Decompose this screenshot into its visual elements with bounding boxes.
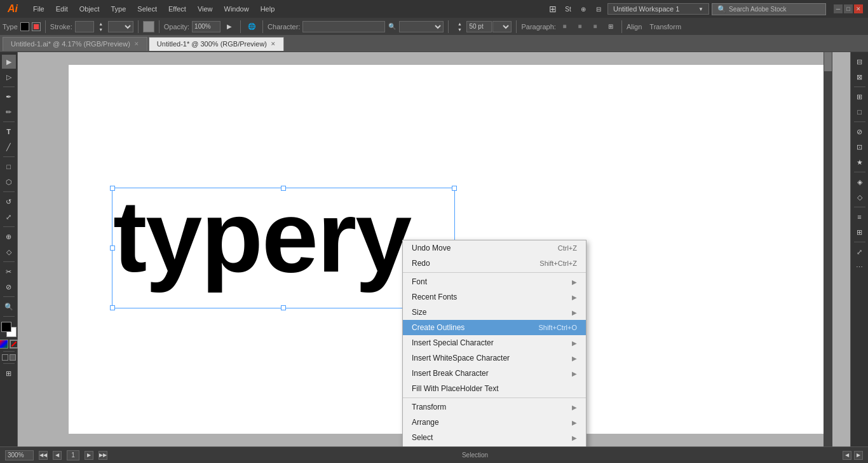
para-options-icon[interactable]: ⊞	[604, 20, 617, 33]
context-menu-item-create_outlines[interactable]: Create OutlinesShift+Ctrl+O	[403, 320, 586, 335]
align-left-icon[interactable]: ≡	[559, 20, 571, 33]
fill-color-swatch[interactable]	[20, 22, 29, 31]
polygon-tool[interactable]: ⬡	[2, 175, 16, 189]
context-menu-item-recent_fonts[interactable]: Recent Fonts▶	[403, 289, 586, 305]
page-prev-button[interactable]: ◀	[53, 451, 62, 460]
normal-mode-button[interactable]	[2, 354, 8, 361]
selection-tool[interactable]: ▶	[2, 55, 16, 69]
workspace-dropdown-icon[interactable]: ▼	[698, 6, 703, 12]
type-tool[interactable]: T	[2, 125, 16, 139]
more-panels-button[interactable]: ⋯	[853, 260, 867, 274]
swatches-panel-button[interactable]: ⊡	[853, 140, 867, 154]
stroke-color-indicator[interactable]	[32, 22, 41, 31]
hand-tool[interactable]: ⊘	[2, 280, 16, 294]
scroll-right-button[interactable]: ▶	[854, 451, 863, 460]
menu-edit[interactable]: Edit	[51, 3, 73, 15]
page-next-last-button[interactable]: ▶▶	[98, 451, 107, 460]
context-menu-item-size[interactable]: Size▶	[403, 305, 586, 320]
minimize-button[interactable]: ─	[834, 4, 843, 13]
sync-icon[interactable]: ⊕	[577, 3, 590, 15]
libraries-panel-button[interactable]: ⊠	[853, 70, 867, 84]
zoom-input[interactable]	[5, 450, 34, 460]
canvas-area[interactable]: typery Undo MoveCtrl+ZRedoShift+Ctrl+ZFo…	[18, 52, 850, 446]
direct-selection-tool[interactable]: ▷	[2, 70, 16, 84]
align-center-icon[interactable]: ≡	[574, 20, 587, 33]
stock-icon[interactable]: St	[562, 3, 574, 15]
arrange-icon[interactable]: ⊞	[546, 3, 559, 15]
context-menu-item-undo[interactable]: Undo MoveCtrl+Z	[403, 240, 586, 256]
context-menu-item-insert_special[interactable]: Insert Special Character▶	[403, 335, 586, 350]
pencil-tool[interactable]: ✏	[2, 105, 16, 119]
opacity-arrow-icon[interactable]: ▶	[223, 20, 236, 33]
layers-panel-button[interactable]: ⊞	[853, 90, 867, 104]
search-stock-field[interactable]: 🔍 Search Adobe Stock	[712, 3, 826, 15]
context-menu-item-add_library[interactable]: Add to Library	[403, 445, 586, 446]
font-style-select[interactable]	[399, 21, 444, 32]
gradient-swatch[interactable]	[0, 340, 8, 349]
stroke-down-button[interactable]: ▼	[95, 27, 107, 32]
stroke-up-button[interactable]: ▲	[95, 21, 107, 27]
appearance-button[interactable]: ◇	[853, 190, 867, 204]
scale-tool[interactable]: ⤢	[2, 210, 16, 224]
context-menu-item-arrange[interactable]: Arrange▶	[403, 415, 586, 430]
zoom-tool[interactable]: 🔍	[2, 300, 16, 314]
font-size-unit-select[interactable]	[492, 21, 512, 32]
full-mode-button[interactable]	[10, 354, 16, 361]
color-swatches[interactable]	[1, 322, 17, 337]
foreground-swatch[interactable]	[1, 322, 11, 332]
context-menu-item-fill_placeholder[interactable]: Fill With PlaceHolder Text	[403, 381, 586, 396]
properties-panel-button[interactable]: ⊟	[853, 55, 867, 69]
size-up-button[interactable]: ▲	[453, 21, 466, 27]
scissors-tool[interactable]: ✂	[2, 265, 16, 279]
pathfinder-button[interactable]: ⊞	[853, 225, 867, 239]
menu-type[interactable]: Type	[106, 3, 132, 15]
font-search-icon[interactable]: 🔍	[386, 20, 398, 33]
context-menu-item-transform[interactable]: Transform▶	[403, 399, 586, 415]
web-icon[interactable]: 🌐	[245, 20, 258, 33]
page-next-button[interactable]: ▶	[85, 451, 93, 460]
rotate-tool[interactable]: ↺	[2, 195, 16, 209]
menu-help[interactable]: Help	[255, 3, 280, 15]
tab-1[interactable]: Untitled-1.ai* @ 4.17% (RGB/Preview) ✕	[3, 37, 147, 51]
eraser-tool[interactable]: ◇	[2, 245, 16, 259]
menu-object[interactable]: Object	[74, 3, 105, 15]
stroke-unit-select[interactable]	[108, 21, 133, 32]
opacity-input[interactable]	[192, 21, 220, 32]
pen-tool[interactable]: ✒	[2, 90, 16, 104]
context-menu-item-insert_break[interactable]: Insert Break Character▶	[403, 366, 586, 381]
stroke-value-input[interactable]	[75, 21, 94, 32]
brush-panel-button[interactable]: ⊘	[853, 125, 867, 139]
canvas-text-object[interactable]: typery	[113, 186, 410, 287]
size-down-button[interactable]: ▼	[453, 27, 466, 32]
menu-select[interactable]: Select	[132, 3, 162, 15]
rectangle-tool[interactable]: □	[2, 160, 16, 174]
artboard-tool[interactable]: ⊞	[2, 366, 16, 380]
line-tool[interactable]: ╱	[2, 140, 16, 154]
arrange2-icon[interactable]: ⊟	[592, 3, 605, 15]
menu-file[interactable]: File	[28, 3, 50, 15]
artboards-panel-button[interactable]: □	[853, 105, 867, 119]
context-menu-item-redo[interactable]: RedoShift+Ctrl+Z	[403, 256, 586, 271]
tab-2-close[interactable]: ✕	[271, 41, 276, 47]
graphic-styles-button[interactable]: ◈	[853, 175, 867, 189]
align-right-icon[interactable]: ≡	[589, 20, 602, 33]
context-menu-item-select[interactable]: Select▶	[403, 430, 586, 445]
menu-window[interactable]: Window	[219, 3, 254, 15]
font-name-input[interactable]	[302, 21, 385, 32]
font-size-input[interactable]	[466, 21, 492, 32]
menu-view[interactable]: View	[193, 3, 218, 15]
menu-effect[interactable]: Effect	[163, 3, 191, 15]
scroll-left-button[interactable]: ◀	[843, 451, 851, 460]
none-swatch[interactable]	[10, 340, 18, 349]
page-prev-first-button[interactable]: ◀◀	[39, 451, 48, 460]
tab-1-close[interactable]: ✕	[134, 41, 139, 47]
close-button[interactable]: ✕	[854, 4, 863, 13]
workspace-label[interactable]: Untitled Workspace 1 ▼	[607, 3, 709, 15]
context-menu-item-insert_whitespace[interactable]: Insert WhiteSpace Character▶	[403, 350, 586, 366]
context-menu-item-font[interactable]: Font▶	[403, 274, 586, 289]
stroke-options-button[interactable]	[143, 21, 154, 32]
tab-2[interactable]: Untitled-1* @ 300% (RGB/Preview) ✕	[149, 37, 284, 51]
symbols-panel-button[interactable]: ★	[853, 155, 867, 169]
blend-tool[interactable]: ⊕	[2, 230, 16, 244]
maximize-button[interactable]: □	[844, 4, 853, 13]
